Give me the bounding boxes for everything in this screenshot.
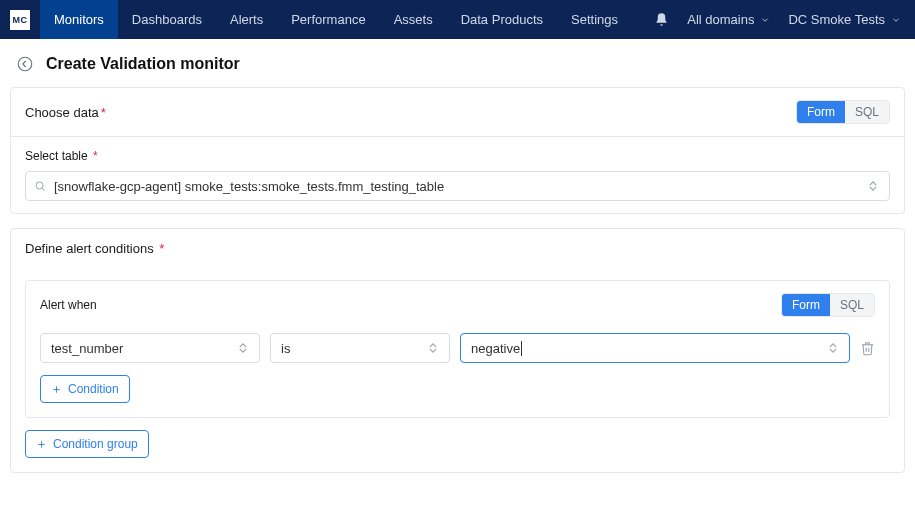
toggle-sql[interactable]: SQL <box>845 101 889 123</box>
nav-performance[interactable]: Performance <box>277 0 379 39</box>
chevron-down-icon <box>760 15 770 25</box>
value-select[interactable]: negative <box>460 333 850 363</box>
nav-data-products[interactable]: Data Products <box>447 0 557 39</box>
required-indicator: * <box>93 149 98 163</box>
selected-table-value: [snowflake-gcp-agent] smoke_tests:smoke_… <box>54 179 444 194</box>
nav-settings[interactable]: Settings <box>557 0 632 39</box>
alert-when-label: Alert when <box>40 298 97 312</box>
add-condition-group-button[interactable]: Condition group <box>25 430 149 458</box>
plus-icon <box>51 384 62 395</box>
add-condition-label: Condition <box>68 382 119 396</box>
choose-data-title: Choose data <box>25 105 99 120</box>
domain-label: All domains <box>687 12 754 27</box>
field-select[interactable]: test_number <box>40 333 260 363</box>
search-icon <box>34 180 46 192</box>
required-indicator: * <box>156 241 165 256</box>
account-dropdown[interactable]: DC Smoke Tests <box>788 12 901 27</box>
alert-conditions-title: Define alert conditions <box>25 241 154 256</box>
value-select-value: negative <box>471 341 522 356</box>
caret-icon <box>429 343 439 353</box>
account-label: DC Smoke Tests <box>788 12 885 27</box>
nav-alerts[interactable]: Alerts <box>216 0 277 39</box>
select-table-label: Select table * <box>25 149 890 163</box>
add-condition-button[interactable]: Condition <box>40 375 130 403</box>
toggle-form[interactable]: Form <box>797 101 845 123</box>
alert-conditions-panel: Define alert conditions * Alert when For… <box>10 228 905 473</box>
top-nav: MC Monitors Dashboards Alerts Performanc… <box>0 0 915 39</box>
page-title-bar: Create Validation monitor <box>0 39 915 87</box>
required-indicator: * <box>101 105 106 120</box>
add-condition-group-label: Condition group <box>53 437 138 451</box>
choose-data-panel: Choose data* Form SQL Select table * [sn… <box>10 87 905 214</box>
back-icon[interactable] <box>16 55 34 73</box>
choose-data-toggle: Form SQL <box>796 100 890 124</box>
svg-point-0 <box>18 57 32 71</box>
chevron-down-icon <box>891 15 901 25</box>
nav-monitors[interactable]: Monitors <box>40 0 118 39</box>
page-title: Create Validation monitor <box>46 55 240 73</box>
svg-line-2 <box>42 188 44 190</box>
operator-select-value: is <box>281 341 290 356</box>
domain-dropdown[interactable]: All domains <box>687 12 770 27</box>
field-select-value: test_number <box>51 341 123 356</box>
svg-point-1 <box>36 182 43 189</box>
condition-card: Alert when Form SQL test_number <box>25 280 890 418</box>
plus-icon <box>36 439 47 450</box>
logo[interactable]: MC <box>10 10 30 30</box>
select-table-input[interactable]: [snowflake-gcp-agent] smoke_tests:smoke_… <box>25 171 890 201</box>
bell-icon[interactable] <box>654 12 669 27</box>
trash-icon[interactable] <box>860 341 875 356</box>
caret-icon <box>869 181 879 191</box>
toggle-form-condition[interactable]: Form <box>782 294 830 316</box>
condition-toggle: Form SQL <box>781 293 875 317</box>
toggle-sql-condition[interactable]: SQL <box>830 294 874 316</box>
nav-dashboards[interactable]: Dashboards <box>118 0 216 39</box>
nav-assets[interactable]: Assets <box>380 0 447 39</box>
caret-icon <box>829 343 839 353</box>
caret-icon <box>239 343 249 353</box>
operator-select[interactable]: is <box>270 333 450 363</box>
